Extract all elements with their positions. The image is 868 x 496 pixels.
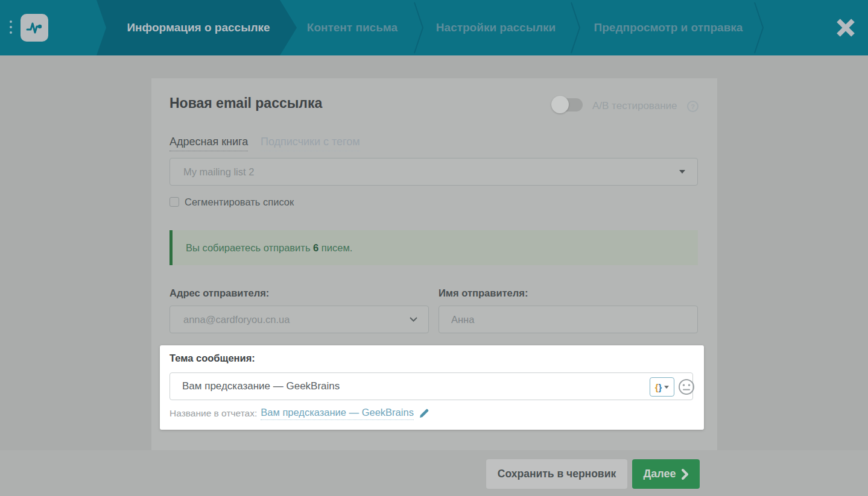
mailing-list-select[interactable]: My mailing list 2 (169, 158, 698, 186)
ab-test-label: А/В тестирование (592, 100, 677, 112)
report-name-row: Название в отчетах: Вам предсказание — G… (169, 407, 429, 420)
page-root: { "colors": { "header_teal": "#0c7285", … (0, 0, 868, 496)
next-step-button[interactable]: Далее (632, 459, 700, 489)
send-count-alert: Вы собираетесь отправить 6 писем. (169, 230, 698, 265)
subject-label: Тема сообщения: (169, 353, 255, 364)
menu-dots-icon[interactable] (10, 20, 13, 37)
sender-name-label: Имя отправителя: (439, 287, 528, 299)
alert-count: 6 (313, 242, 318, 253)
segment-list-checkbox[interactable] (169, 197, 179, 207)
sender-name-input[interactable] (439, 306, 698, 333)
page-footer-area (0, 450, 868, 496)
chevron-right-icon (682, 469, 689, 480)
next-label: Далее (643, 468, 676, 480)
sender-email-label: Адрес отправителя: (169, 287, 269, 299)
sender-email-value: anna@cardforyou.cn.ua (170, 314, 290, 325)
step-separator (413, 1, 425, 54)
chevron-down-icon (410, 317, 417, 322)
report-name-link[interactable]: Вам предсказание — GeekBrains (261, 407, 414, 420)
emoji-icon (678, 378, 695, 395)
save-draft-button[interactable]: Сохранить в черновик (486, 459, 627, 489)
alert-text-after: писем. (318, 242, 352, 253)
subject-input[interactable] (169, 372, 693, 400)
page-title: Новая email рассылка (169, 95, 322, 111)
close-wizard-button[interactable] (832, 14, 859, 41)
step-email-content[interactable]: Контент письма (307, 21, 398, 34)
step-label: Информация о рассылке (123, 21, 270, 34)
step-campaign-info[interactable]: Информация о рассылке (97, 0, 297, 55)
segment-list-label: Сегментировать список (185, 196, 294, 208)
tab-address-book[interactable]: Адресная книга (169, 136, 248, 151)
report-name-label: Название в отчетах: (169, 408, 257, 419)
help-icon[interactable]: ? (687, 101, 699, 112)
tab-subscribers-with-tag[interactable]: Подписчики с тегом (261, 136, 360, 151)
caret-down-icon (664, 386, 669, 389)
step-separator (569, 1, 581, 54)
step-separator (753, 1, 765, 54)
pulse-logo-icon (25, 18, 44, 37)
sender-email-select[interactable]: anna@cardforyou.cn.ua (169, 306, 429, 333)
step-preview-send[interactable]: Предпросмотр и отправка (594, 21, 743, 34)
campaign-form-card: Новая email рассылка А/В тестирование ? … (151, 78, 717, 450)
insert-variable-button[interactable]: { } (650, 377, 674, 397)
wizard-header: Информация о рассылке Контент письма Нас… (0, 0, 868, 55)
close-icon (834, 16, 857, 39)
ab-test-toggle[interactable] (554, 98, 583, 111)
alert-text-before: Вы собираетесь отправить (186, 242, 313, 253)
caret-down-icon (679, 170, 685, 174)
subject-spotlight-panel: Тема сообщения: { } Название в отчетах: … (160, 345, 704, 430)
app-logo[interactable] (21, 14, 48, 42)
insert-emoji-button[interactable] (678, 378, 695, 395)
toggle-knob (551, 96, 569, 113)
mailing-list-value: My mailing list 2 (170, 166, 254, 178)
brace-close-icon: } (659, 382, 662, 392)
step-campaign-settings[interactable]: Настройки рассылки (436, 21, 556, 34)
edit-pencil-icon[interactable] (419, 408, 429, 419)
save-draft-label: Сохранить в черновик (498, 468, 616, 480)
alert-text: Вы собираетесь отправить 6 писем. (173, 242, 352, 254)
